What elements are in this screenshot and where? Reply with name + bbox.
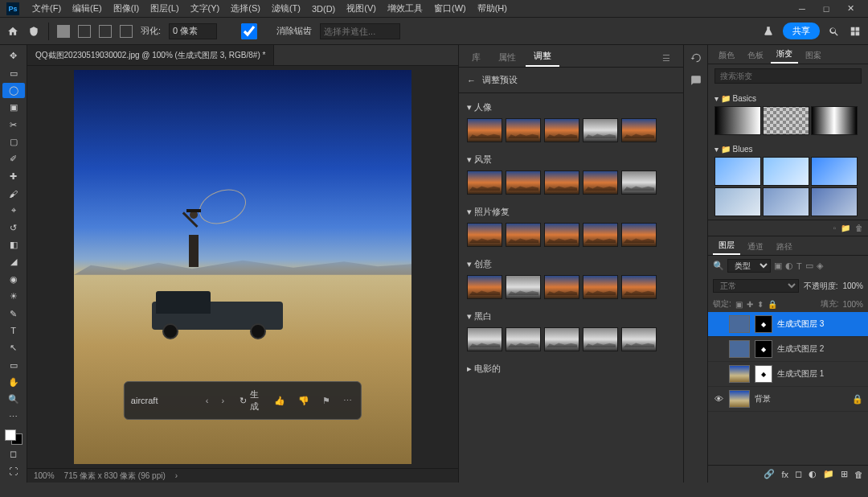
screenmode-tool[interactable]: ⛶ <box>2 464 25 479</box>
tab-paths[interactable]: 路径 <box>771 239 798 255</box>
gradient-swatch[interactable] <box>714 187 761 216</box>
preset-thumb[interactable] <box>583 170 618 195</box>
gradient-swatch[interactable] <box>811 157 858 186</box>
menu-filter[interactable]: 滤镜(T) <box>267 1 305 16</box>
tab-properties[interactable]: 属性 <box>490 48 524 67</box>
gradient-folder-basics[interactable]: ▾ 📁 Basics <box>714 91 862 106</box>
preset-group-portrait[interactable]: ▾ 人像 <box>467 97 675 118</box>
menu-select[interactable]: 选择(S) <box>226 1 265 16</box>
window-minimize-button[interactable]: ─ <box>791 4 813 14</box>
new-gradient-icon[interactable]: ▫ <box>833 224 836 232</box>
preset-thumb[interactable] <box>621 327 657 351</box>
select-mask-input[interactable] <box>320 23 400 39</box>
tab-swatches[interactable]: 色板 <box>742 47 769 64</box>
preset-group-bw[interactable]: ▾ 黑白 <box>467 306 675 327</box>
generative-prompt-input[interactable] <box>131 396 195 405</box>
canvas[interactable]: ‹ › ↻生成 👍 👎 ⚑ ⋯ <box>27 66 458 468</box>
preset-thumb[interactable] <box>583 223 618 247</box>
history-panel-icon[interactable] <box>688 50 704 66</box>
menu-type[interactable]: 文字(Y) <box>186 1 225 16</box>
preset-thumb[interactable] <box>544 170 579 195</box>
menu-image[interactable]: 图像(I) <box>108 1 144 16</box>
layer-row[interactable]: ◆ 生成式图层 2 <box>708 337 868 362</box>
document-tab[interactable]: QQ截图20230519030002.jpg @ 100% (生成式图层 3, … <box>27 45 274 65</box>
feather-input[interactable] <box>169 23 217 39</box>
tab-gradients[interactable]: 渐变 <box>771 46 798 64</box>
tab-library[interactable]: 库 <box>464 48 489 67</box>
gradient-swatch[interactable] <box>763 106 809 135</box>
lock-artboard-icon[interactable]: ⬍ <box>757 300 764 309</box>
delete-layer-icon[interactable]: 🗑 <box>854 470 863 479</box>
back-icon[interactable]: ← <box>467 76 476 85</box>
preset-group-creative[interactable]: ▾ 创意 <box>467 253 675 275</box>
eraser-tool[interactable]: ◧ <box>2 237 25 253</box>
filter-shape-icon[interactable]: ▭ <box>805 261 813 271</box>
antialias-checkbox[interactable]: 消除锯齿 <box>225 23 312 39</box>
updates-icon[interactable] <box>27 25 40 38</box>
thumbs-down-icon[interactable]: 👎 <box>296 396 312 406</box>
beaker-icon[interactable] <box>762 25 775 38</box>
menu-view[interactable]: 视图(V) <box>342 1 381 16</box>
preset-group-photo-repair[interactable]: ▾ 照片修复 <box>467 201 675 223</box>
preset-thumb[interactable] <box>621 275 657 299</box>
selection-add-icon[interactable] <box>78 25 91 38</box>
prev-variation-icon[interactable]: ‹ <box>203 396 211 405</box>
preset-thumb[interactable] <box>583 327 618 351</box>
visibility-toggle[interactable]: 👁 <box>713 394 724 404</box>
share-button[interactable]: 共享 <box>783 23 820 39</box>
comments-panel-icon[interactable] <box>688 72 704 88</box>
window-restore-button[interactable]: □ <box>815 4 837 14</box>
layer-filter-select[interactable]: 类型 <box>727 259 771 273</box>
shape-tool[interactable]: ▭ <box>2 357 25 372</box>
tab-adjustments[interactable]: 调整 <box>526 47 559 67</box>
menu-layer[interactable]: 图层(L) <box>145 1 183 16</box>
preset-thumb[interactable] <box>621 118 657 142</box>
tab-color[interactable]: 颜色 <box>713 47 740 64</box>
preset-thumb[interactable] <box>506 223 541 247</box>
healing-tool[interactable]: ✚ <box>2 169 25 184</box>
preset-thumb[interactable] <box>621 223 657 247</box>
search-icon[interactable] <box>828 25 841 38</box>
marquee-tool[interactable]: ▭ <box>2 65 25 80</box>
gradient-folder-blues[interactable]: ▾ 📁 Blues <box>714 142 862 157</box>
gradient-swatch[interactable] <box>811 106 858 135</box>
preset-thumb[interactable] <box>467 118 502 142</box>
history-brush-tool[interactable]: ↺ <box>2 220 25 236</box>
gradient-swatch[interactable] <box>811 187 858 216</box>
preset-thumb[interactable] <box>544 223 579 247</box>
preset-thumb[interactable] <box>583 118 618 142</box>
preset-thumb[interactable] <box>467 223 502 247</box>
preset-group-cinematic[interactable]: ▸ 电影的 <box>467 358 675 380</box>
preset-thumb[interactable] <box>506 327 541 351</box>
hand-tool[interactable]: ✋ <box>2 375 25 390</box>
pen-tool[interactable]: ✎ <box>2 306 25 321</box>
menu-3d[interactable]: 3D(D) <box>307 2 340 15</box>
filter-smart-icon[interactable]: ◈ <box>817 261 823 271</box>
brush-tool[interactable]: 🖌 <box>2 186 25 201</box>
layer-thumbnail[interactable] <box>729 315 750 333</box>
preset-thumb[interactable] <box>544 327 579 351</box>
link-layers-icon[interactable]: 🔗 <box>764 469 775 479</box>
path-select-tool[interactable]: ↖ <box>2 340 25 355</box>
new-layer-icon[interactable]: ⊞ <box>841 469 848 479</box>
tab-patterns[interactable]: 图案 <box>800 47 827 64</box>
quickmask-tool[interactable]: ◻ <box>2 446 25 462</box>
panel-menu-icon[interactable]: ☰ <box>654 50 678 67</box>
gradient-swatch[interactable] <box>714 157 761 186</box>
lock-position-icon[interactable]: ✚ <box>747 300 753 309</box>
eyedropper-tool[interactable]: ✐ <box>2 151 25 166</box>
preset-thumb[interactable] <box>506 118 541 142</box>
lock-all-icon[interactable]: 🔒 <box>768 300 777 309</box>
layer-name[interactable]: 生成式图层 1 <box>777 368 863 380</box>
next-variation-icon[interactable]: › <box>219 396 227 405</box>
menu-file[interactable]: 文件(F) <box>27 1 66 16</box>
filter-type-icon[interactable]: T <box>796 261 802 271</box>
more-icon[interactable]: ⋯ <box>341 396 354 406</box>
type-tool[interactable]: T <box>2 323 25 339</box>
preset-thumb[interactable] <box>544 118 579 142</box>
selection-subtract-icon[interactable] <box>99 25 112 38</box>
layer-mask-thumbnail[interactable]: ◆ <box>755 315 772 333</box>
layer-thumbnail[interactable] <box>729 390 750 408</box>
workspace-icon[interactable] <box>849 25 862 38</box>
clone-tool[interactable]: ⌖ <box>2 203 25 218</box>
